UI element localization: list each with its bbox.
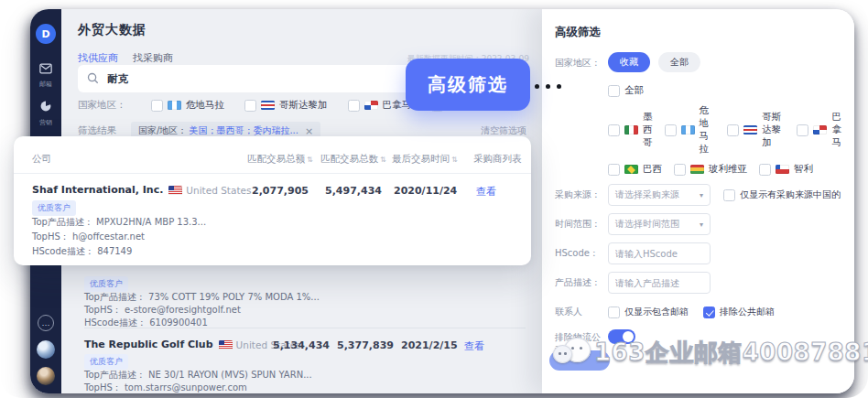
checkbox[interactable] (151, 100, 163, 112)
checkbox-checked[interactable] (703, 307, 715, 318)
count-cell: 5,497,434 (325, 185, 382, 197)
sidebar-item-mail[interactable]: 邮箱 (39, 60, 52, 89)
quality-customer-badge: 优质客户 (84, 276, 128, 292)
only-with-email-label: 仅显示包含邮箱 (624, 306, 689, 318)
tab-find-buyer[interactable]: 找采购商 (133, 51, 173, 65)
product-desc-field-label: 产品描述： (555, 272, 608, 289)
table-row[interactable]: The Republic Golf Club United States (84, 339, 301, 350)
country-option-label: 巴西 (643, 163, 662, 176)
tab-find-supplier[interactable]: 找供应商 (78, 51, 118, 65)
column-header-amount[interactable]: 匹配交易总额 ⇅ (247, 153, 313, 166)
user-avatar[interactable]: D (36, 24, 56, 44)
source-select[interactable]: 请选择采购来源 ▾ (608, 184, 711, 206)
row-divider (84, 328, 526, 328)
sort-icon[interactable]: ⇅ (307, 156, 313, 164)
source-china-checkbox[interactable]: 仅显示有采购来源中国的 (723, 184, 841, 201)
checkbox[interactable] (797, 124, 808, 136)
sort-icon[interactable]: ⇅ (380, 156, 386, 164)
connector-dots (535, 84, 561, 89)
search-icon (87, 70, 99, 88)
column-header-count[interactable]: 匹配交易总数 ⇅ (320, 153, 386, 166)
checkbox[interactable] (608, 85, 620, 97)
screenshot-stage: D 邮箱 营销 … (0, 0, 868, 398)
more-options-icon[interactable]: … (38, 315, 54, 331)
check-mexico[interactable]: 墨西哥 (608, 104, 653, 156)
checkbox[interactable] (244, 100, 256, 112)
close-icon[interactable]: × (305, 126, 313, 136)
country-option-panama[interactable]: 巴拿马 (348, 99, 412, 112)
filter-tag-value: 美国；墨西哥；委内瑞拉... (189, 124, 298, 137)
time-range-row: 时间范围： 请选择时间范围 ▾ (555, 213, 841, 235)
company-country: United States (168, 185, 251, 196)
sidebar-item-marketing[interactable]: 营销 (39, 99, 52, 127)
filter-tag-prefix: 国家/地区： (138, 124, 187, 137)
page-title: 外贸大数据 (78, 22, 146, 38)
contact-label: 联系人 (555, 301, 608, 318)
hscode-input[interactable] (608, 242, 711, 264)
clear-filters-link[interactable]: 清空筛选项 (481, 124, 526, 137)
checkbox[interactable] (727, 124, 739, 136)
contact-avatar[interactable] (37, 367, 55, 385)
column-header-buyer-list: 采购商列表 (473, 153, 522, 166)
column-header-date[interactable]: 最后交易时间 ⇅ (392, 153, 458, 166)
hscode-line: HScode描述： 847149 (32, 245, 132, 258)
view-buyers-link[interactable]: 查看 (464, 339, 484, 353)
country-option-label: 哥斯达黎加 (279, 99, 328, 112)
tophs-label: TopHS： (84, 382, 122, 393)
watermark: 163企业邮箱4008788163 (553, 335, 868, 370)
checkbox[interactable] (723, 189, 735, 201)
checkbox[interactable] (665, 124, 677, 136)
tophs-value: tom.starrs@sunpower.com (125, 382, 247, 393)
checkbox[interactable] (348, 100, 360, 112)
watermark-text: 163企业邮箱4008788163 (594, 337, 868, 369)
view-buyers-link[interactable]: 查看 (476, 185, 496, 199)
country-option-guatemala[interactable]: 危地马拉 (151, 99, 224, 112)
country-option-label: 巴拿马 (831, 111, 841, 149)
us-flag-icon (168, 186, 182, 195)
check-all[interactable]: 全部 (608, 84, 644, 97)
filter-result-label: 筛选结果 (78, 124, 131, 137)
contact-avatar[interactable] (37, 340, 55, 359)
costa-rica-flag-icon (261, 101, 275, 110)
source-select-placeholder: 请选择采购来源 (615, 188, 679, 201)
bolivia-flag-icon (690, 165, 704, 174)
check-bolivia[interactable]: 玻利维亚 (674, 163, 747, 176)
sort-icon[interactable]: ⇅ (451, 156, 458, 164)
search-input[interactable] (105, 71, 398, 86)
checkbox[interactable] (608, 164, 620, 176)
only-with-email-checkbox[interactable]: 仅显示包含邮箱 (608, 301, 689, 318)
guatemala-flag-icon (168, 101, 181, 110)
exclude-public-email-checkbox[interactable]: 排除公共邮箱 (703, 301, 775, 318)
all-pill[interactable]: 全部 (658, 52, 700, 72)
country-option-costa-rica[interactable]: 哥斯达黎加 (244, 99, 328, 112)
country-option-label: 智利 (794, 163, 813, 176)
drawer-title: 高级筛选 (555, 25, 841, 40)
table-row[interactable]: Shaf International, Inc. United States (32, 184, 251, 196)
company-name[interactable]: Shaf International, Inc. (32, 184, 163, 196)
country-option-label: 哥斯达黎加 (762, 111, 785, 149)
company-name[interactable]: The Republic Golf Club (84, 339, 213, 350)
checkbox[interactable] (608, 124, 620, 136)
check-costa-rica[interactable]: 哥斯达黎加 (727, 104, 785, 156)
product-desc-label: Top产品描述： (84, 292, 146, 302)
date-cell: 2020/11/24 (394, 185, 457, 197)
checkbox[interactable] (759, 164, 771, 176)
check-panama[interactable]: 巴拿马 (797, 104, 841, 156)
favorites-pill[interactable]: 收藏 (608, 52, 650, 72)
check-guatemala[interactable]: 危地马拉 (665, 104, 716, 156)
product-desc-line: Top产品描述： 73% COTT 19% POLY 7% MODA 1%... (84, 291, 320, 304)
product-desc-input[interactable] (608, 272, 711, 294)
checkbox[interactable] (608, 307, 620, 318)
checkbox[interactable] (674, 164, 686, 176)
check-brazil[interactable]: 巴西 (608, 163, 662, 176)
column-header-company: 公司 (32, 153, 51, 166)
time-range-select[interactable]: 请选择时间范围 ▾ (608, 213, 711, 235)
check-all-label: 全部 (624, 84, 644, 97)
check-chile[interactable]: 智利 (759, 163, 813, 176)
header-divider (14, 173, 531, 174)
product-desc-label: Top产品描述： (32, 217, 93, 227)
country-option-label: 玻利维亚 (709, 163, 747, 176)
contact-row: 联系人 仅显示包含邮箱 排除公共邮箱 (555, 301, 841, 318)
country-name: United States (186, 185, 251, 196)
advanced-filter-button[interactable]: 高级筛选 (406, 59, 530, 111)
